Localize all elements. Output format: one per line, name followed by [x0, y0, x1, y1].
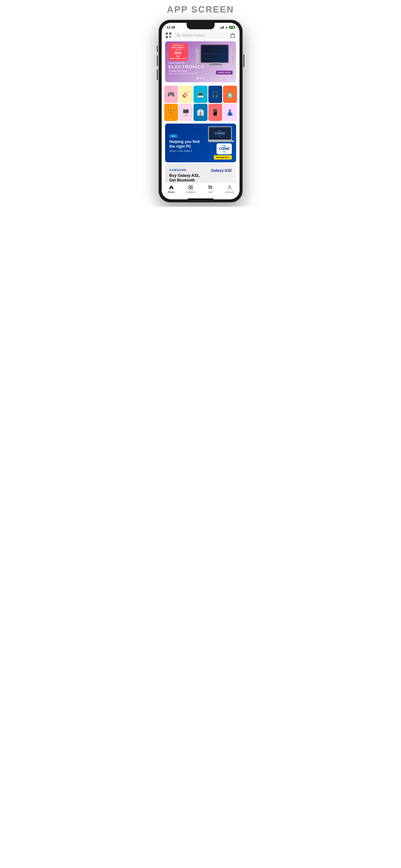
music-emoji: 🎸: [182, 91, 190, 98]
intel-title: Helping you findthe right PC: [169, 140, 200, 149]
page-title: APP SCREEN: [167, 4, 234, 14]
banner-title-small: Great Deals On: [168, 62, 205, 64]
shop-now-button[interactable]: SHOP NOW: [216, 71, 233, 74]
search-icon: [177, 34, 180, 37]
svg-point-20: [209, 189, 210, 189]
personal-care-emoji: 🧴: [226, 91, 234, 98]
svg-rect-5: [166, 37, 167, 37]
dot-2[interactable]: [200, 78, 202, 79]
nav-category-label: Category: [186, 191, 196, 193]
category-grid: 🎮 🎸 💻 🎧 🧴 🏋️: [162, 85, 240, 122]
category-icon: [188, 185, 193, 190]
svg-point-21: [211, 189, 211, 189]
shopping-bag-icon: [230, 32, 236, 38]
category-item-sports[interactable]: 🏋️: [164, 104, 178, 121]
svg-rect-13: [191, 185, 193, 187]
volume-down-button: [157, 69, 158, 80]
banner-content: EVERYDAY BEST PRICES UP TO 80% OFF JUNE …: [168, 43, 205, 74]
nav-home[interactable]: Home: [162, 185, 181, 193]
nav-category[interactable]: Category: [181, 185, 201, 193]
svg-rect-15: [191, 187, 193, 189]
cart-header-icon[interactable]: [229, 32, 236, 39]
nav-home-label: Home: [168, 191, 175, 193]
banner-dots: [197, 78, 205, 79]
svg-rect-12: [189, 185, 190, 187]
intel-badge: intel.: [169, 134, 178, 138]
monitor-emoji: 🖥️: [182, 109, 190, 116]
home-indicator: [188, 198, 214, 199]
bottom-nav: Home Category: [162, 183, 240, 197]
fashion-emoji: 👔: [197, 109, 204, 116]
svg-point-22: [229, 186, 230, 187]
mute-button: [157, 45, 158, 52]
banner-badge: EVERYDAY BEST PRICES UP TO 80% OFF JUNE …: [168, 43, 188, 61]
cart-icon: [208, 185, 213, 190]
nav-account-label: Account: [225, 191, 234, 193]
laptop-image: intel. COReE i5: [208, 126, 232, 143]
svg-line-10: [179, 36, 180, 37]
gaming-emoji: 🎮: [167, 91, 175, 98]
scroll-content[interactable]: EVERYDAY BEST PRICES UP TO 80% OFF JUNE …: [162, 40, 240, 183]
svg-rect-8: [169, 37, 170, 38]
svg-rect-4: [170, 33, 171, 34]
battery-icon: [229, 26, 235, 29]
banner-title-large: ELECTRONICS: [168, 65, 205, 69]
category-item-monitors[interactable]: 🖥️: [179, 104, 193, 121]
svg-rect-3: [166, 33, 167, 34]
category-item-phones[interactable]: 📱: [208, 104, 222, 121]
nav-account[interactable]: Account: [220, 185, 240, 193]
status-icons: ▲: [220, 26, 235, 29]
intel-core-badge: intel. COReE i5: [217, 143, 232, 154]
intel-banner[interactable]: intel. Helping you findthe right PC What…: [165, 124, 236, 162]
samsung-banner[interactable]: SAMSUNG Galaxy A32 Buy Galaxy A32,Get Bl…: [165, 164, 236, 183]
intel-subtitle: What's Inside Matters: [169, 150, 200, 152]
wifi-icon: ▲: [225, 26, 228, 29]
power-button: [243, 54, 244, 67]
status-time: 11:39: [167, 25, 175, 29]
find-pc-button[interactable]: Find your PC >: [214, 155, 232, 159]
computer-emoji: 💻: [197, 91, 204, 98]
headphone-emoji: 🎧: [211, 91, 219, 98]
category-item-audio[interactable]: 🎧: [208, 86, 222, 103]
nav-cart[interactable]: Cart: [201, 185, 220, 193]
search-placeholder: Search Product: [182, 33, 204, 37]
svg-rect-14: [189, 187, 190, 189]
sports-emoji: 🏋️: [167, 109, 175, 116]
category-item-womens-fashion[interactable]: 👗: [223, 104, 237, 121]
scan-icon[interactable]: [165, 32, 172, 39]
home-icon: [169, 185, 174, 190]
intel-laptop-visual: intel. COReE i5 intel. COReE i5: [208, 126, 232, 159]
category-item-music[interactable]: 🎸: [179, 86, 193, 103]
account-icon: [227, 185, 232, 190]
signal-icon: [220, 26, 224, 29]
phone-screen: 11:39 ▲: [162, 23, 240, 199]
dot-1[interactable]: [197, 78, 198, 79]
category-item-gaming[interactable]: 🎮: [164, 86, 178, 103]
dot-3[interactable]: [203, 78, 205, 79]
nav-cart-label: Cart: [208, 191, 212, 193]
category-item-personal-care[interactable]: 🧴: [223, 86, 237, 103]
phone-emoji: 📱: [211, 109, 219, 116]
galaxy-model: Galaxy A32: [211, 168, 232, 173]
phone-frame: 11:39 ▲: [159, 20, 243, 203]
search-input-wrapper[interactable]: Search Product: [174, 32, 227, 39]
svg-rect-11: [231, 34, 235, 37]
notch: [187, 23, 215, 29]
search-bar: Search Product: [162, 30, 240, 40]
volume-up-button: [157, 55, 158, 66]
banner-subtitle: To Make Life Easier: [168, 70, 205, 72]
banner-description: Shop now and save up to 70% off: [168, 72, 205, 74]
samsung-title: Buy Galaxy A32,Get Bluetooth Headset: [169, 173, 204, 183]
category-item-fashion[interactable]: 👔: [193, 104, 207, 121]
hero-banner[interactable]: EVERYDAY BEST PRICES UP TO 80% OFF JUNE …: [165, 41, 236, 82]
intel-content: intel. Helping you findthe right PC What…: [165, 129, 204, 156]
womens-fashion-emoji: 👗: [226, 109, 234, 116]
category-item-computers[interactable]: 💻: [193, 86, 207, 103]
